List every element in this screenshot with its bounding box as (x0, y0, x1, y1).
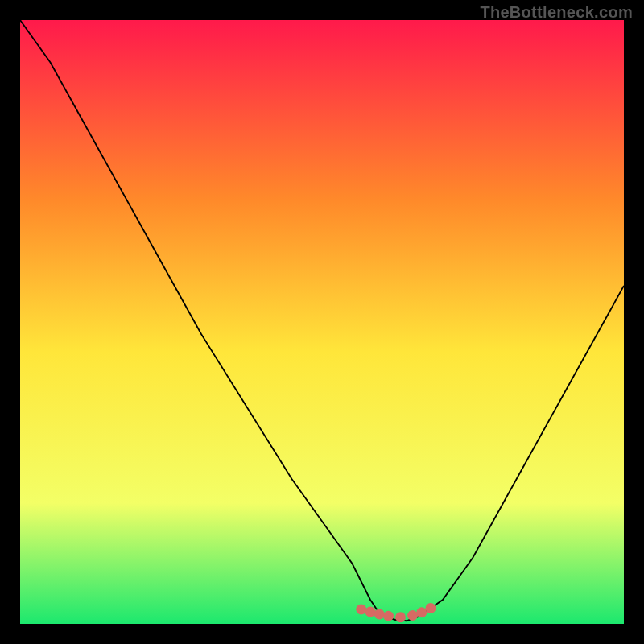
marker-point (365, 607, 376, 617)
chart-plot-area (20, 20, 624, 624)
marker-point (374, 609, 385, 620)
chart-background (20, 20, 624, 624)
marker-point (416, 607, 427, 617)
marker-point (407, 610, 418, 621)
marker-point (426, 603, 436, 613)
marker-point (383, 611, 394, 621)
marker-point (356, 605, 366, 615)
watermark-text: TheBottleneck.com (480, 3, 633, 22)
marker-point (395, 612, 406, 622)
chart-svg (20, 20, 624, 624)
chart-frame: TheBottleneck.com (0, 0, 644, 644)
